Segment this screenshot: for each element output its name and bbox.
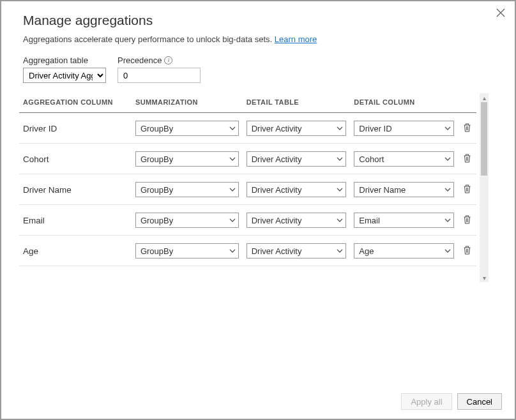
chevron-down-icon xyxy=(229,156,236,162)
chevron-down-icon xyxy=(229,186,236,193)
chevron-down-icon xyxy=(444,186,451,193)
header-detail-column: DETAIL COLUMN xyxy=(350,93,458,113)
chevron-down-icon xyxy=(444,125,451,131)
summarization-select[interactable]: GroupBy xyxy=(135,243,239,259)
detail-column-select[interactable]: Age xyxy=(354,243,454,259)
detail-table-value: Driver Activity xyxy=(252,216,302,225)
detail-column-select[interactable]: Driver Name xyxy=(354,182,454,197)
aggregation-column-cell: Driver Name xyxy=(19,174,132,205)
chevron-down-icon xyxy=(444,248,451,254)
aggregation-column-cell: Email xyxy=(19,205,132,236)
table-row: AgeGroupByDriver ActivityAge xyxy=(19,236,476,266)
summarization-value: GroupBy xyxy=(140,216,173,225)
chevron-down-icon xyxy=(337,125,343,131)
apply-all-button[interactable]: Apply all xyxy=(401,393,452,410)
delete-row-icon[interactable] xyxy=(462,122,473,133)
detail-table-value: Driver Activity xyxy=(252,185,302,195)
detail-column-value: Driver ID xyxy=(359,124,391,133)
summarization-value: GroupBy xyxy=(140,246,173,256)
detail-column-value: Cohort xyxy=(359,154,384,164)
subtitle-text: Aggregations accelerate query performanc… xyxy=(23,34,275,44)
dialog-subtitle: Aggregations accelerate query performanc… xyxy=(23,34,496,44)
precedence-control: Precedence i xyxy=(118,56,201,83)
detail-column-value: Email xyxy=(359,216,380,225)
chevron-down-icon xyxy=(229,217,236,223)
summarization-select[interactable]: GroupBy xyxy=(135,121,239,136)
detail-table-select[interactable]: Driver Activity xyxy=(247,213,347,228)
summarization-select[interactable]: GroupBy xyxy=(135,213,239,228)
chevron-down-icon xyxy=(229,248,236,254)
cancel-button[interactable]: Cancel xyxy=(457,393,502,410)
detail-table-value: Driver Activity xyxy=(252,124,302,133)
precedence-input[interactable] xyxy=(118,68,201,83)
detail-table-select[interactable]: Driver Activity xyxy=(247,121,347,136)
dialog-footer: Apply all Cancel xyxy=(401,393,502,410)
header-aggregation-column: AGGREGATION COLUMN xyxy=(19,93,132,113)
aggregation-table-label: Aggregation table xyxy=(23,56,106,65)
detail-column-select[interactable]: Driver ID xyxy=(354,121,454,136)
delete-row-icon[interactable] xyxy=(462,244,473,256)
detail-table-select[interactable]: Driver Activity xyxy=(247,151,347,167)
chevron-down-icon xyxy=(337,217,343,223)
summarization-select[interactable]: GroupBy xyxy=(135,151,239,167)
manage-aggregations-dialog: Manage aggregations Aggregations acceler… xyxy=(0,0,516,420)
summarization-select[interactable]: GroupBy xyxy=(135,182,239,197)
aggregation-column-cell: Cohort xyxy=(19,144,132,174)
header-summarization: SUMMARIZATION xyxy=(132,93,243,113)
detail-column-value: Driver Name xyxy=(359,185,406,195)
summarization-value: GroupBy xyxy=(140,124,173,133)
table-row: EmailGroupByDriver ActivityEmail xyxy=(19,205,476,236)
aggregations-table-region: AGGREGATION COLUMN SUMMARIZATION DETAIL … xyxy=(19,93,489,282)
aggregation-table-select[interactable]: Driver Activity Agg xyxy=(23,68,106,83)
detail-table-value: Driver Activity xyxy=(252,246,302,256)
aggregation-table-control: Aggregation table Driver Activity Agg xyxy=(23,56,106,83)
detail-table-value: Driver Activity xyxy=(252,154,302,164)
detail-table-select[interactable]: Driver Activity xyxy=(247,243,347,259)
header-detail-table: DETAIL TABLE xyxy=(243,93,351,113)
summarization-value: GroupBy xyxy=(140,185,173,195)
close-icon[interactable] xyxy=(496,8,506,18)
dialog-title: Manage aggregations xyxy=(23,13,496,28)
scrollbar[interactable]: ▴ ▾ xyxy=(480,93,489,282)
summarization-value: GroupBy xyxy=(140,154,173,164)
scroll-down-icon[interactable]: ▾ xyxy=(480,273,489,282)
table-row: CohortGroupByDriver ActivityCohort xyxy=(19,144,476,174)
precedence-label: Precedence i xyxy=(118,56,201,65)
scroll-up-icon[interactable]: ▴ xyxy=(480,93,489,102)
info-icon[interactable]: i xyxy=(164,56,172,64)
detail-table-select[interactable]: Driver Activity xyxy=(247,182,347,197)
chevron-down-icon xyxy=(229,125,236,131)
detail-column-select[interactable]: Email xyxy=(354,213,454,228)
chevron-down-icon xyxy=(337,248,343,254)
chevron-down-icon xyxy=(444,217,451,223)
delete-row-icon[interactable] xyxy=(462,183,473,195)
delete-row-icon[interactable] xyxy=(462,214,473,225)
chevron-down-icon xyxy=(337,186,343,193)
detail-column-select[interactable]: Cohort xyxy=(354,151,454,167)
learn-more-link[interactable]: Learn more xyxy=(275,34,317,44)
delete-row-icon[interactable] xyxy=(462,153,473,164)
detail-column-value: Age xyxy=(359,246,374,256)
chevron-down-icon xyxy=(444,156,451,162)
aggregation-column-cell: Driver ID xyxy=(19,113,132,144)
table-row: Driver IDGroupByDriver ActivityDriver ID xyxy=(19,113,476,144)
table-row: Driver NameGroupByDriver ActivityDriver … xyxy=(19,174,476,205)
scrollbar-thumb[interactable] xyxy=(481,102,487,176)
aggregation-column-cell: Age xyxy=(19,236,132,266)
chevron-down-icon xyxy=(337,156,343,162)
table-header-row: AGGREGATION COLUMN SUMMARIZATION DETAIL … xyxy=(19,93,476,113)
